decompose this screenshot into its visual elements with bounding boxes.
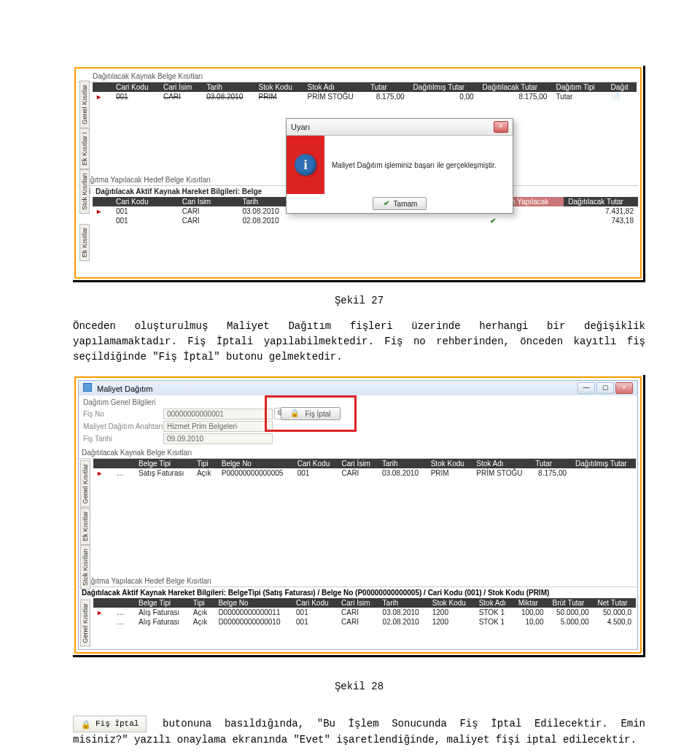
anahtar-field[interactable]: Hizmet Prim Belgeleri — [163, 421, 273, 432]
figure-28-caption: Şekil 28 — [73, 679, 645, 694]
anahtar-label: Maliyet Dağıtım Anahtarı — [83, 422, 163, 430]
dialog-ok-button[interactable]: ✔ Tamam — [373, 197, 427, 210]
bottom-grid-left: Cari Kodu Cari İsim Tarih ▸ 001 CARI 03.… — [93, 197, 311, 225]
bottom-bold-title: Dağıtılacak Aktif Kaynak Hareket Bilgile… — [96, 187, 262, 195]
window-title: Maliyet Dağıtım — [97, 384, 152, 393]
figure-27: Dağıtılacak Kaynak Belge Kısıtları Genel… — [73, 66, 645, 282]
check-icon: ✔ — [486, 216, 564, 225]
lock-icon: 🔒 — [81, 719, 90, 728]
check-icon: ✔ — [382, 199, 391, 208]
table-row[interactable]: ✔ 743,18 — [486, 216, 638, 225]
side-tab-genel3[interactable]: Genel Kısıtlar — [80, 600, 90, 647]
minimize-button[interactable]: — — [578, 382, 595, 394]
figure-28: Maliyet Dağıtım — ▢ × Dağıtım Genel Bilg… — [73, 375, 645, 657]
row-indicator-icon: ▸ — [93, 608, 112, 617]
info-icon: i — [295, 154, 316, 176]
tarih-label: Fiş Tarihi — [83, 435, 163, 443]
sec-bot-title: Dağıtma Yapılacak Hedef Belge Kısıtları — [79, 576, 637, 587]
header-row: Cari KoduCari İsimTarih Stok KoduStok Ad… — [93, 82, 637, 92]
row-lookup-button[interactable]: … — [112, 468, 134, 478]
dialog-close-button[interactable]: × — [494, 121, 508, 133]
side-tab-stok[interactable]: Stok Kısıtları — [79, 169, 90, 214]
side-tab-ek2[interactable]: Ek Kısıtlar — [80, 508, 90, 545]
row-lookup-button[interactable]: … — [112, 617, 134, 627]
side-tab-stok2[interactable]: Stok Kısıtları — [80, 545, 90, 589]
table-row[interactable]: ▸ 001 CARI 03.08.2010 PRIM PRİM STOĞU 8.… — [93, 92, 637, 101]
alert-dialog: Uyarı × i Maliyet Dağıtım işleminiz başa… — [286, 118, 513, 214]
app-icon — [83, 383, 92, 392]
figure-27-inner: Dağıtılacak Kaynak Belge Kısıtları Genel… — [74, 67, 642, 279]
table-row[interactable]: ▸ … Satış Faturası Açık P00000000000005 … — [93, 468, 636, 478]
side-tab-ek[interactable]: Ek Kısıtlar I — [79, 128, 90, 169]
row-lookup-button[interactable]: … — [112, 608, 134, 617]
figure-27-caption: Şekil 27 — [73, 293, 645, 309]
fis-iptal-inline-button[interactable]: 🔒 Fiş İptal — [73, 716, 147, 732]
top-grid: Cari KoduCari İsimTarih Stok KoduStok Ad… — [93, 82, 637, 101]
sec-top-title: Dağıtılacak Kaynak Belge Kısıtları — [79, 447, 637, 459]
form-group-title: Dağıtım Genel Bilgileri — [83, 398, 633, 406]
fis-iptal-highlight: 🔒 Fiş İptal — [265, 395, 357, 432]
maximize-button[interactable]: ▢ — [596, 382, 614, 394]
sec-bot-bold: Dağıtılacak Aktif Kaynak Hareket Bilgile… — [79, 587, 637, 598]
table-row[interactable]: ▸ … Alış Faturası Açık D00000000000011 0… — [93, 608, 636, 617]
top-grid2: Belge TipiTipi Belge NoCari Kodu Cari İs… — [93, 459, 636, 478]
lock-icon: 🔒 — [290, 409, 299, 418]
row-indicator-icon: ▸ — [93, 92, 112, 101]
paragraph-1: Önceden oluşturulmuş Maliyet Dağıtım fiş… — [73, 319, 645, 365]
close-button[interactable]: × — [615, 382, 633, 394]
side-tab-genel2[interactable]: Genel Kısıtlar — [80, 460, 90, 508]
fis-iptal-button[interactable]: 🔒 Fiş İptal — [281, 407, 340, 420]
app-window: Maliyet Dağıtım — ▢ × Dağıtım Genel Bilg… — [78, 380, 638, 650]
side-tab-genel[interactable]: Genel Kısıtlar — [79, 81, 90, 128]
fisno-label: Fiş No — [83, 410, 163, 418]
top-section-title: Dağıtılacak Kaynak Belge Kısıtları — [78, 71, 638, 82]
table-row[interactable]: 001 CARI 02.08.2010 — [93, 216, 311, 225]
paragraph-2: 🔒 Fiş İptal butonuna basıldığında, "Bu İ… — [73, 716, 645, 748]
dagit-icon[interactable]: 📄 — [607, 92, 637, 101]
dialog-message: Maliyet Dağıtım işleminiz başarı ile ger… — [324, 136, 513, 194]
side-tab-bottom-ek[interactable]: Ek Kısıtlar — [79, 224, 90, 261]
tarih-field[interactable]: 09.09.2010 — [163, 433, 273, 444]
table-row[interactable]: … Alış Faturası Açık D00000000000010 001… — [93, 617, 636, 627]
bot-grid2: Belge TipiTipi Belge NoCari Kodu Cari İs… — [93, 598, 636, 627]
dialog-icon-pane: i — [287, 136, 324, 194]
table-row[interactable]: ▸ 001 CARI 03.08.2010 — [93, 206, 311, 216]
fisno-field[interactable]: 00000000000001 — [163, 409, 273, 419]
row-indicator-icon: ▸ — [93, 468, 112, 478]
row-indicator-icon: ▸ — [93, 206, 112, 216]
dialog-title: Uyarı — [291, 123, 310, 131]
